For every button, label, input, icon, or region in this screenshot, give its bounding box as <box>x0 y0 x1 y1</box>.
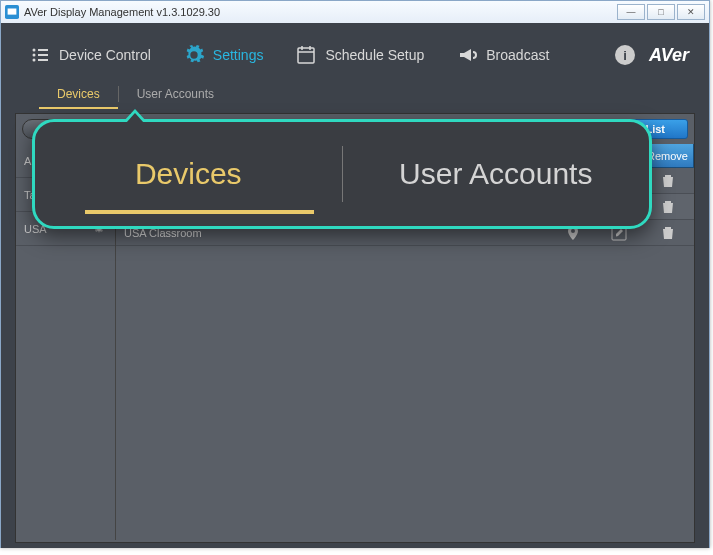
tab-user-accounts[interactable]: User Accounts <box>119 79 232 109</box>
calendar-icon <box>295 44 317 66</box>
trash-icon[interactable] <box>660 225 676 241</box>
tab-devices[interactable]: Devices <box>39 79 118 109</box>
nav-settings[interactable]: Settings <box>169 38 278 72</box>
callout-pointer <box>123 109 147 122</box>
brand-logo: AVer <box>649 45 689 66</box>
callout-tab-devices[interactable]: Devices <box>35 122 342 226</box>
top-nav: Device Control Settings Schedule Setup B… <box>9 31 701 79</box>
nav-broadcast[interactable]: Broadcast <box>442 38 563 72</box>
window-title: AVer Display Management v1.3.1029.30 <box>24 6 617 18</box>
svg-rect-1 <box>8 9 17 15</box>
nav-device-control[interactable]: Device Control <box>15 38 165 72</box>
megaphone-icon <box>456 44 478 66</box>
info-icon[interactable]: i <box>615 45 635 65</box>
maximize-button[interactable]: □ <box>647 4 675 20</box>
callout-tab-user-accounts[interactable]: User Accounts <box>343 122 650 226</box>
close-button[interactable]: ✕ <box>677 4 705 20</box>
svg-point-6 <box>33 59 36 62</box>
callout-popup: Devices User Accounts <box>32 119 652 229</box>
gear-icon <box>183 44 205 66</box>
svg-point-2 <box>33 49 36 52</box>
app-body: Device Control Settings Schedule Setup B… <box>1 23 709 548</box>
titlebar: AVer Display Management v1.3.1029.30 — □… <box>1 1 709 23</box>
trash-icon[interactable] <box>660 173 676 189</box>
trash-icon[interactable] <box>660 199 676 215</box>
svg-rect-7 <box>38 59 48 61</box>
app-icon <box>5 5 19 19</box>
minimize-button[interactable]: — <box>617 4 645 20</box>
nav-schedule[interactable]: Schedule Setup <box>281 38 438 72</box>
list-icon <box>29 44 51 66</box>
svg-rect-3 <box>38 49 48 51</box>
app-window: AVer Display Management v1.3.1029.30 — □… <box>0 0 710 548</box>
svg-point-4 <box>33 54 36 57</box>
svg-rect-8 <box>298 48 314 63</box>
sub-tabs: Devices User Accounts <box>9 79 701 109</box>
svg-rect-5 <box>38 54 48 56</box>
